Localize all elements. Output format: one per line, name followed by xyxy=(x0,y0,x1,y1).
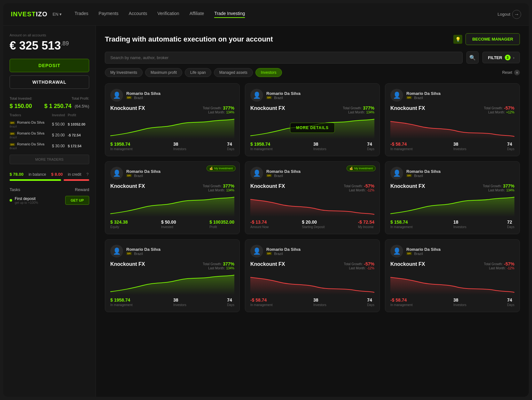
starting-deposit-value: $ 20.00 xyxy=(302,219,325,225)
balance-cents: .89 xyxy=(61,40,69,47)
trader-info: Romario Da Silva BR Brazil xyxy=(266,91,374,100)
investment-card[interactable]: 👤 Romario Da Silva BR Brazil Knockount F… xyxy=(245,83,380,156)
days-label: Days xyxy=(507,147,514,151)
management-value: -$ 58.74 xyxy=(390,142,413,147)
growth-label: Total Growth: xyxy=(344,262,363,266)
last-month-label: Last Month: xyxy=(349,188,365,192)
last-month-value: 134% xyxy=(226,111,234,114)
tasks-header: Tasks Reward xyxy=(10,187,89,192)
nav-payments[interactable]: Payments xyxy=(98,11,118,18)
growth-label: Total Growth: xyxy=(203,184,222,188)
amount-now-label: Amount Now xyxy=(250,225,269,229)
flag-badge: BR xyxy=(10,143,15,146)
stat-investors: 38 Investors xyxy=(453,297,466,307)
investors-value: 38 xyxy=(453,142,466,147)
days-value: 74 xyxy=(367,297,374,303)
main-layout: Amount on all accounts € 325 513.89 DEPO… xyxy=(3,26,529,397)
flag-icon: BR xyxy=(266,96,272,99)
management-value: $ 1958.74 xyxy=(110,297,133,303)
avatar: 👤 xyxy=(250,89,263,102)
become-manager-button[interactable]: BECOME MANAGER xyxy=(465,33,520,45)
days-label: Days xyxy=(507,225,514,229)
avatar-icon: 👤 xyxy=(253,169,261,177)
days-value: 74 xyxy=(507,142,514,147)
language-selector[interactable]: EN ▾ xyxy=(53,12,62,17)
my-income-value: -$ 72.54 xyxy=(358,219,374,225)
deposit-button[interactable]: DEPOSIT xyxy=(10,59,89,72)
investment-card[interactable]: 👤 Romario Da Silva BR Brazil Knockount F… xyxy=(245,239,380,312)
nav-right: Logout → xyxy=(497,10,521,19)
task-name: First deposit xyxy=(15,196,38,201)
investment-card[interactable]: 👤 Romario Da Silva BR Brazil Knockount F… xyxy=(105,83,240,156)
investment-card[interactable]: 💰 My investment 👤 Romario Da Silva BR Br… xyxy=(245,161,380,234)
card-header: 👤 Romario Da Silva BR Brazil xyxy=(110,89,234,102)
avatar: 👤 xyxy=(390,89,403,102)
filter-button[interactable]: FILTER 3 › xyxy=(482,52,520,63)
reset-button[interactable]: Reset ✕ xyxy=(502,70,520,75)
logo: INVESTIZO xyxy=(11,11,48,18)
my-investment-badge: 💰 My investment xyxy=(207,165,236,171)
growth-info: Total Growth: -57% Last Month: -12% xyxy=(344,183,374,192)
nav-verification[interactable]: Verification xyxy=(157,11,179,18)
investment-card[interactable]: 💰 My investment 👤 Romario Da Silva BR Br… xyxy=(105,161,240,234)
logout-button[interactable]: Logout → xyxy=(497,10,521,19)
chart-area xyxy=(250,273,374,295)
tab-life-span[interactable]: Life span xyxy=(185,68,211,77)
trader-info: Romario Da Silva BR Brazil xyxy=(266,247,374,256)
trader-name: Romario Da Silva xyxy=(406,91,514,96)
investors-label: Investors xyxy=(453,303,466,307)
investment-card[interactable]: 👤 Romario Da Silva BR Brazil Knockount F… xyxy=(385,161,520,234)
withdrawal-button[interactable]: WITHDRAWAL xyxy=(10,75,89,89)
last-month-label: Last Month: xyxy=(489,266,505,270)
search-input[interactable] xyxy=(105,52,463,64)
tab-maximum-profit[interactable]: Maximum profit xyxy=(145,68,182,77)
growth-value: 377% xyxy=(223,105,234,111)
investors-label: Investors xyxy=(453,225,466,229)
my-income-label: My Income xyxy=(358,225,374,229)
trader-country: BR Brazil xyxy=(126,252,234,256)
investors-label: Investors xyxy=(173,303,186,307)
growth-value: 377% xyxy=(223,261,234,266)
red-progress-bar xyxy=(64,179,89,181)
sidebar: Amount on all accounts € 325 513.89 DEPO… xyxy=(3,26,96,397)
investment-card[interactable]: 👤 Romario Da Silva BR Brazil Knockount F… xyxy=(105,239,240,312)
nav-trade-investing[interactable]: Trade Investing xyxy=(214,11,245,18)
management-value: -$ 58.74 xyxy=(250,297,273,303)
growth-value: 377% xyxy=(503,183,514,188)
stat-amount-now: -$ 13.74 Amount Now xyxy=(250,219,269,229)
get-up-button[interactable]: GET UP xyxy=(65,196,89,205)
more-traders-button[interactable]: MORE TRADERS xyxy=(10,155,89,164)
starting-deposit-label: Starting Deposit xyxy=(302,225,325,229)
filter-tabs: My Investments Maximum profit Life span … xyxy=(105,68,520,77)
investment-card[interactable]: 👤 Romario Da Silva BR Brazil Knockount F… xyxy=(385,239,520,312)
growth-info: Total Growth: 377% Last Month: 134% xyxy=(203,183,234,192)
nav-trades[interactable]: Trades xyxy=(74,11,88,18)
fund-name: Knockount FX xyxy=(390,105,425,111)
growth-value: -57% xyxy=(504,105,514,111)
chart-area xyxy=(110,273,234,295)
more-details-overlay[interactable]: MORE DETAILS xyxy=(290,123,335,133)
growth-label: Total Growth: xyxy=(344,184,363,188)
investors-value: 18 xyxy=(453,219,466,225)
flag-icon: BR xyxy=(126,96,132,99)
tab-investors[interactable]: Investors xyxy=(255,68,282,77)
profit-value: $ 1 250.74 xyxy=(44,103,71,110)
last-month-value: 134% xyxy=(366,111,374,114)
search-icon-button[interactable]: 🔍 xyxy=(466,51,479,64)
invested-value: $ 150.00 xyxy=(10,103,32,110)
trader-profit: $ 172.54 xyxy=(68,141,89,151)
nav-accounts[interactable]: Accounts xyxy=(129,11,147,18)
management-value: -$ 58.74 xyxy=(390,297,413,303)
tab-managed-assets[interactable]: Managed assets xyxy=(214,68,253,77)
chart-area xyxy=(390,195,514,217)
card-header: 👤 Romario Da Silva BR Brazil xyxy=(110,245,234,258)
tab-my-investments[interactable]: My Investments xyxy=(105,68,143,77)
stat-equity: $ 324.38 Equity xyxy=(110,219,128,229)
nav-affiliate[interactable]: Affiliate xyxy=(190,11,204,18)
trader-country: BR Brazil xyxy=(266,96,374,100)
last-month-label: Last Month: xyxy=(349,266,365,270)
fund-name: Knockount FX xyxy=(110,183,145,189)
days-label: Days xyxy=(227,147,234,151)
reset-icon: ✕ xyxy=(514,70,520,75)
investment-card[interactable]: 👤 Romario Da Silva BR Brazil Knockount F… xyxy=(385,83,520,156)
